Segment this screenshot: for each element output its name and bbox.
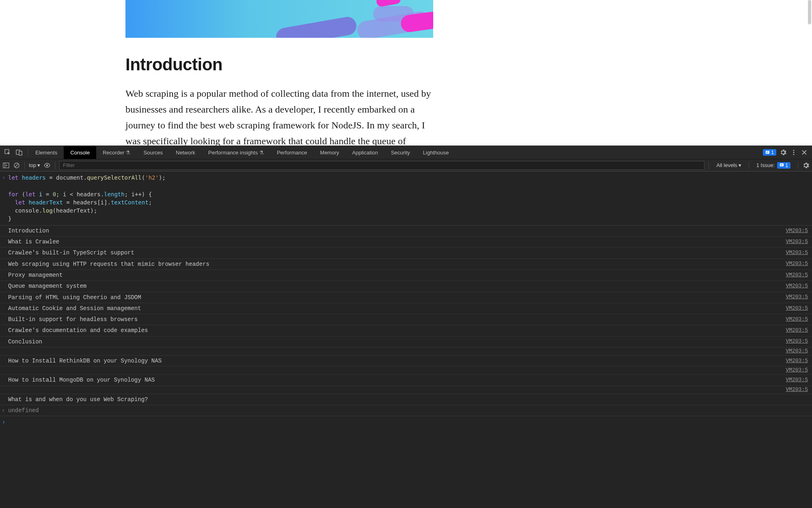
log-source-link[interactable]: VM203:5 xyxy=(786,367,808,374)
tab-network[interactable]: Network xyxy=(169,146,202,159)
log-source-link[interactable]: VM203:5 xyxy=(786,338,808,345)
article-heading: Introduction xyxy=(125,55,433,74)
log-row: VM203:5 xyxy=(0,367,812,375)
svg-rect-5 xyxy=(767,152,768,153)
svg-point-6 xyxy=(793,150,794,151)
log-text: What is and when do you use Web Scraping… xyxy=(8,395,808,404)
log-source-link[interactable]: VM203:5 xyxy=(786,238,808,246)
log-source-link[interactable]: VM203:5 xyxy=(786,316,808,323)
log-row: VM203:5 xyxy=(0,347,812,356)
log-row: How to Install RethinkDB on your Synolog… xyxy=(0,356,812,367)
clear-console-icon[interactable] xyxy=(13,162,20,169)
filter-input[interactable] xyxy=(59,161,704,170)
log-row: Crawlee's built-in TypeScript supportVM2… xyxy=(0,247,812,258)
log-row: Parsing of HTML using Cheerio and JSDOMV… xyxy=(0,292,812,303)
gear-icon[interactable] xyxy=(802,162,810,169)
log-row: Proxy managementVM203:5 xyxy=(0,270,812,281)
context-selector[interactable]: top ▾ xyxy=(29,162,40,168)
close-icon[interactable] xyxy=(801,149,808,156)
log-text: Parsing of HTML using Cheerio and JSDOM xyxy=(8,293,786,302)
tab-pi-label: Performance insights xyxy=(208,150,258,156)
tab-application[interactable]: Application xyxy=(346,146,384,159)
tab-memory[interactable]: Memory xyxy=(313,146,346,159)
scrollbar[interactable] xyxy=(808,0,811,24)
device-toggle-icon[interactable] xyxy=(15,149,23,156)
log-source-link[interactable]: VM203:5 xyxy=(786,293,808,301)
log-row: Crawlee's documentation and code example… xyxy=(0,325,812,336)
log-text: How to install MongoDB on your Synology … xyxy=(8,376,786,384)
issues-badge-count: 1 xyxy=(771,150,774,155)
tab-performance[interactable]: Performance xyxy=(270,146,313,159)
console-code-input: › let headers = document.querySelectorAl… xyxy=(0,172,812,226)
chevron-down-icon: ▾ xyxy=(739,162,741,168)
log-text: How to Install RethinkDB on your Synolog… xyxy=(8,357,786,365)
tab-elements[interactable]: Elements xyxy=(29,146,64,159)
devtools-tabbar: Elements Console Recorder⚗ Sources Netwo… xyxy=(0,145,812,159)
gear-icon[interactable] xyxy=(780,149,787,156)
issues-count: 1 xyxy=(785,163,788,168)
log-row: VM203:5 xyxy=(0,386,812,394)
log-text: Crawlee's documentation and code example… xyxy=(8,326,786,334)
svg-rect-2 xyxy=(19,151,22,155)
prompt-arrow-icon: › xyxy=(2,174,5,182)
tab-sources[interactable]: Sources xyxy=(137,146,169,159)
log-text: Web scraping using HTTP requests that mi… xyxy=(8,260,786,268)
svg-point-13 xyxy=(46,164,48,166)
log-row: Web scraping using HTTP requests that mi… xyxy=(0,259,812,270)
result-arrow-icon: ‹ xyxy=(2,406,5,415)
svg-point-8 xyxy=(793,154,794,155)
more-icon[interactable] xyxy=(790,149,797,156)
tab-performance-insights[interactable]: Performance insights⚗ xyxy=(202,146,270,159)
issues-indicator[interactable]: 1 Issue: 1 xyxy=(753,162,794,169)
console-sidebar-icon[interactable] xyxy=(2,162,10,169)
eye-icon[interactable] xyxy=(43,162,51,169)
svg-rect-15 xyxy=(781,164,783,165)
log-row: What is and when do you use Web Scraping… xyxy=(0,394,812,405)
article-body: Web scraping is a popular method of coll… xyxy=(125,86,433,145)
svg-rect-14 xyxy=(780,163,784,166)
console-toolbar: top ▾ All levels ▾ 1 Issue: 1 xyxy=(0,159,812,172)
log-source-link[interactable]: VM203:5 xyxy=(786,271,808,279)
log-levels-selector[interactable]: All levels ▾ xyxy=(713,162,744,168)
chevron-down-icon: ▾ xyxy=(37,162,40,168)
undefined-text: undefined xyxy=(8,406,39,415)
flask-icon: ⚗ xyxy=(259,150,264,156)
tab-recorder[interactable]: Recorder⚗ xyxy=(96,146,137,159)
tab-console[interactable]: Console xyxy=(64,146,96,159)
inspect-icon[interactable] xyxy=(4,149,11,156)
tab-lighthouse[interactable]: Lighthouse xyxy=(417,146,456,159)
log-text: Conclusion xyxy=(8,338,786,346)
devtools-panel: Elements Console Recorder⚗ Sources Netwo… xyxy=(0,145,812,508)
log-source-link[interactable]: VM203:5 xyxy=(786,249,808,257)
context-label: top xyxy=(29,162,36,168)
console-output[interactable]: › let headers = document.querySelectorAl… xyxy=(0,172,812,508)
hero-image xyxy=(125,0,433,38)
log-source-link[interactable]: VM203:5 xyxy=(786,282,808,290)
log-text: Introduction xyxy=(8,227,786,235)
log-text: Queue management system xyxy=(8,282,786,290)
log-row: Queue management systemVM203:5 xyxy=(0,281,812,292)
log-source-link[interactable]: VM203:5 xyxy=(786,347,808,355)
log-source-link[interactable]: VM203:5 xyxy=(786,260,808,268)
log-source-link[interactable]: VM203:5 xyxy=(786,305,808,313)
tab-security[interactable]: Security xyxy=(384,146,417,159)
svg-point-7 xyxy=(793,152,794,153)
log-source-link[interactable]: VM203:5 xyxy=(786,327,808,334)
log-text: Automatic Cookie and Session management xyxy=(8,304,786,313)
log-source-link[interactable]: VM203:5 xyxy=(786,386,808,394)
page-content: Introduction Web scraping is a popular m… xyxy=(0,0,812,145)
tab-recorder-label: Recorder xyxy=(103,150,124,156)
log-text: What is Crawlee xyxy=(8,238,786,246)
log-source-link[interactable]: VM203:5 xyxy=(786,357,808,365)
prompt-row[interactable]: › xyxy=(0,416,812,424)
log-text: Built-in support for headless browsers xyxy=(8,315,786,323)
svg-line-12 xyxy=(15,164,18,167)
log-source-link[interactable]: VM203:5 xyxy=(786,227,808,235)
issues-badge[interactable]: 1 xyxy=(763,149,776,156)
log-source-link[interactable]: VM203:5 xyxy=(786,376,808,384)
result-row: ‹undefined xyxy=(0,405,812,416)
flask-icon: ⚗ xyxy=(125,150,130,156)
log-row: ConclusionVM203:5 xyxy=(0,336,812,347)
prompt-arrow-icon: › xyxy=(2,418,5,426)
log-text: Crawlee's built-in TypeScript support xyxy=(8,249,786,257)
